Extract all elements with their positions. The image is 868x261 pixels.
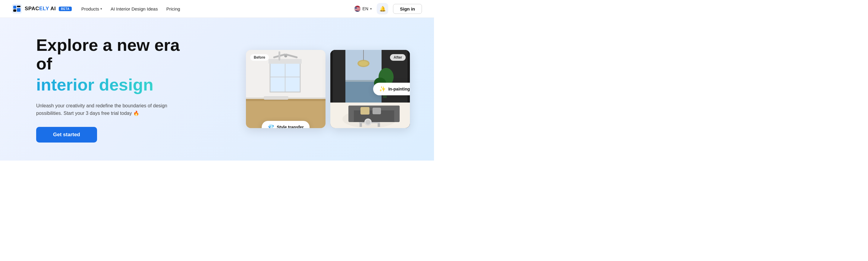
svg-rect-38 bbox=[361, 107, 370, 115]
nav-ideas[interactable]: AI Interior Design Ideas bbox=[111, 6, 158, 11]
svg-rect-22 bbox=[330, 50, 333, 110]
nav-products-label: Products bbox=[82, 6, 99, 11]
hero-left: Explore a new era of interior design Unl… bbox=[36, 36, 193, 143]
nav-right: 🇺🇸 EN ▾ 🔔 Sign in bbox=[354, 3, 422, 14]
nav-products[interactable]: Products ▾ bbox=[82, 6, 102, 11]
svg-rect-3 bbox=[17, 6, 21, 7]
get-started-button[interactable]: Get started bbox=[36, 127, 97, 143]
navbar: SPACELY AI BETA Products ▾ AI Interior D… bbox=[0, 0, 434, 18]
after-image-card: After ✨ In-painting bbox=[330, 50, 410, 128]
svg-point-47 bbox=[359, 61, 368, 66]
flag-icon: 🇺🇸 bbox=[354, 5, 361, 12]
svg-rect-36 bbox=[348, 106, 354, 122]
svg-rect-41 bbox=[360, 123, 362, 127]
lang-selector[interactable]: 🇺🇸 EN ▾ bbox=[354, 5, 372, 12]
sign-in-button[interactable]: Sign in bbox=[393, 4, 422, 14]
lang-label: EN bbox=[363, 6, 368, 11]
inpainting-label: In-painting bbox=[388, 86, 410, 91]
svg-rect-12 bbox=[269, 59, 302, 64]
after-label: After bbox=[390, 54, 406, 61]
notifications-button[interactable]: 🔔 bbox=[377, 3, 388, 14]
before-image-card: Before 💎 Style transfer bbox=[246, 50, 326, 128]
hero-title-line2: interior design bbox=[36, 75, 193, 95]
svg-rect-16 bbox=[278, 51, 280, 61]
magic-wand-icon: ✨ bbox=[379, 86, 386, 92]
svg-rect-18 bbox=[246, 98, 326, 99]
nav-links: Products ▾ AI Interior Design Ideas Pric… bbox=[82, 6, 180, 11]
logo-icon bbox=[12, 4, 22, 13]
nav-ideas-label: AI Interior Design Ideas bbox=[111, 6, 158, 11]
before-label: Before bbox=[250, 54, 269, 61]
hero-section: Explore a new era of interior design Unl… bbox=[0, 18, 434, 160]
nav-left: SPACELY AI BETA Products ▾ AI Interior D… bbox=[12, 4, 180, 13]
beta-badge: BETA bbox=[59, 7, 71, 11]
lang-chevron-icon: ▾ bbox=[370, 7, 372, 11]
style-transfer-label: Style transfer bbox=[277, 125, 304, 128]
bell-icon: 🔔 bbox=[379, 6, 386, 12]
svg-rect-4 bbox=[17, 8, 21, 12]
style-transfer-badge: 💎 Style transfer bbox=[261, 121, 310, 128]
svg-rect-1 bbox=[13, 6, 16, 9]
before-room-image bbox=[246, 50, 326, 128]
hero-subtitle: Unleash your creativity and redefine the… bbox=[36, 102, 169, 117]
inpainting-badge: ✨ In-painting bbox=[373, 83, 410, 95]
svg-rect-37 bbox=[394, 106, 400, 122]
hero-title-line1: Explore a new era of bbox=[36, 36, 193, 73]
diamond-icon: 💎 bbox=[268, 124, 274, 128]
logo-text: SPACELY AI bbox=[25, 6, 56, 12]
logo-area[interactable]: SPACELY AI BETA bbox=[12, 4, 72, 13]
chevron-down-icon: ▾ bbox=[100, 7, 102, 11]
nav-pricing-label: Pricing bbox=[166, 6, 180, 11]
nav-pricing[interactable]: Pricing bbox=[166, 6, 180, 11]
hero-images: Before 💎 Style transfer bbox=[246, 50, 410, 128]
svg-rect-2 bbox=[13, 9, 16, 12]
svg-point-44 bbox=[366, 120, 370, 124]
svg-rect-42 bbox=[378, 123, 380, 127]
svg-rect-39 bbox=[373, 108, 381, 114]
